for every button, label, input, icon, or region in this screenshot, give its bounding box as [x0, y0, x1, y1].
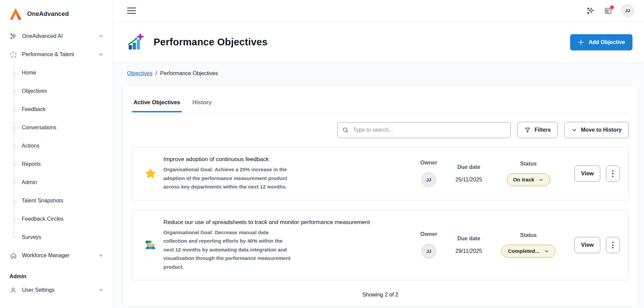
performance-objectives-icon — [127, 34, 145, 51]
chevron-down-icon — [539, 177, 544, 182]
sidebar-item-reports[interactable]: Reports — [14, 155, 113, 173]
user-avatar[interactable]: JJ — [621, 4, 634, 17]
owner-label: Owner — [420, 160, 437, 166]
sidebar-item-surveys[interactable]: Surveys — [14, 228, 113, 246]
owner-label: Owner — [420, 231, 437, 237]
oneadvanced-logo-icon — [9, 7, 22, 20]
performance-talent-subnav: Home Objectives Feedback Conversations A… — [14, 64, 113, 246]
notification-badge — [610, 5, 614, 9]
sparkles-icon — [9, 32, 17, 40]
sidebar-item-talent-snapshots[interactable]: Talent Snapshots — [14, 192, 113, 210]
objective-card: Reduce our use of spreadsheets to track … — [132, 210, 629, 281]
due-date-value: 29/11/2025 — [456, 248, 482, 254]
page-title: Performance Objectives — [154, 37, 267, 48]
toolbar: Filters Move to History — [132, 122, 629, 138]
search-input[interactable] — [337, 122, 511, 138]
breadcrumb-link-objectives[interactable]: Objectives — [127, 70, 153, 76]
sidebar: OneAdvanced OneAdvanced AI Performance &… — [0, 0, 113, 308]
sidebar-item-performance-talent[interactable]: Performance & Talent — [0, 45, 113, 64]
sidebar-item-feedback[interactable]: Feedback — [14, 100, 113, 118]
breadcrumb: Objectives / Performance Objectives — [113, 63, 644, 76]
sidebar-admin-heading: Admin — [0, 265, 113, 281]
objective-card: Improve adoption of continuous feedback … — [132, 147, 629, 200]
objective-title: Improve adoption of continuous feedback — [163, 156, 293, 163]
sidebar-item-actions[interactable]: Actions — [14, 137, 113, 155]
add-objective-button[interactable]: Add Objective — [570, 34, 632, 50]
brand: OneAdvanced — [0, 5, 113, 27]
status-label: Status — [520, 232, 537, 238]
objectives-panel: Active Objectives History Filters Move t… — [123, 85, 638, 306]
sidebar-item-conversations[interactable]: Conversations — [14, 118, 113, 137]
objective-description: Organisational Goal: Decrease manual dat… — [163, 228, 293, 271]
sidebar-item-admin[interactable]: Admin — [14, 173, 113, 192]
owner-avatar[interactable]: JJ — [421, 172, 436, 187]
breadcrumb-current: Performance Objectives — [160, 70, 218, 76]
search-icon — [342, 127, 349, 135]
sidebar-item-objectives[interactable]: Objectives — [14, 82, 113, 100]
filters-button[interactable]: Filters — [517, 122, 558, 138]
chevron-down-icon — [544, 249, 549, 254]
home-icon — [9, 252, 17, 259]
dashed-square-icon — [9, 51, 17, 58]
chevron-down-icon — [98, 253, 104, 258]
chevron-down-icon — [571, 127, 577, 133]
team-icon — [144, 239, 157, 251]
view-button[interactable]: View — [575, 237, 600, 253]
page-header: Performance Objectives Add Objective — [113, 22, 644, 63]
objective-title: Reduce our use of spreadsheets to track … — [163, 219, 370, 226]
kebab-menu-button[interactable] — [606, 237, 620, 253]
chevron-down-icon — [98, 34, 104, 39]
chevron-up-icon — [98, 52, 104, 57]
sidebar-item-oneadvanced-ai[interactable]: OneAdvanced AI — [0, 27, 113, 45]
results-summary: Showing 2 of 2 — [132, 292, 629, 298]
sidebar-item-label: Performance & Talent — [22, 51, 74, 58]
sidebar-item-workforce-manager[interactable]: Workforce Manager — [0, 246, 113, 265]
ai-sparkles-icon[interactable] — [586, 6, 595, 15]
star-icon — [144, 168, 157, 180]
status-dropdown[interactable]: On track — [507, 173, 550, 186]
breadcrumb-separator: / — [156, 70, 157, 76]
hamburger-menu-icon[interactable] — [127, 7, 136, 14]
sidebar-item-label: User Settings — [22, 287, 55, 293]
sidebar-item-feedback-circles[interactable]: Feedback Circles — [14, 210, 113, 228]
sidebar-item-label: OneAdvanced AI — [22, 33, 63, 39]
view-button[interactable]: View — [575, 166, 600, 182]
due-date-label: Due date — [457, 236, 480, 242]
kebab-menu-button[interactable] — [606, 166, 620, 182]
person-icon — [9, 286, 17, 294]
objective-description: Organisational Goal: Achieve a 25% incre… — [163, 165, 293, 191]
sidebar-item-user-settings[interactable]: User Settings — [0, 281, 113, 299]
notifications-icon[interactable] — [604, 6, 612, 15]
status-dropdown[interactable]: Completed... — [501, 245, 555, 258]
sidebar-item-home[interactable]: Home — [14, 64, 113, 82]
top-bar: JJ — [113, 0, 644, 22]
funnel-icon — [524, 127, 531, 133]
plus-icon — [578, 39, 584, 46]
tab-active-objectives[interactable]: Active Objectives — [133, 97, 181, 112]
due-date-label: Due date — [457, 164, 480, 170]
status-label: Status — [520, 161, 537, 167]
due-date-value: 25/11/2025 — [456, 177, 482, 183]
owner-avatar[interactable]: JJ — [421, 244, 436, 259]
brand-name: OneAdvanced — [27, 10, 69, 18]
tab-bar: Active Objectives History — [132, 94, 629, 112]
sidebar-item-label: Workforce Manager — [22, 252, 69, 259]
tab-history[interactable]: History — [192, 97, 213, 112]
move-to-history-button[interactable]: Move to History — [564, 122, 629, 138]
chevron-down-icon — [98, 287, 104, 293]
